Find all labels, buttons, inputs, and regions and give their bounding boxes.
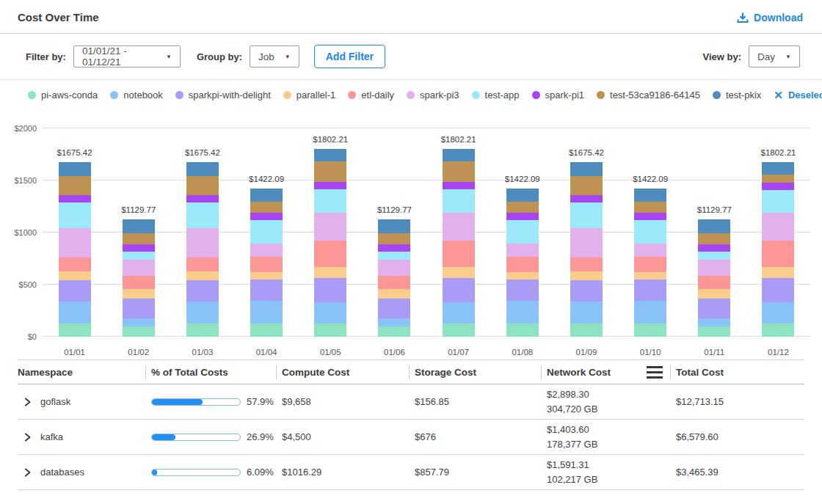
bar-segment-notebook[interactable]: [378, 318, 410, 326]
expand-row-button[interactable]: [23, 433, 32, 442]
bar-segment-parallel-1[interactable]: [186, 271, 219, 280]
bar-segment-parallel-1[interactable]: [698, 289, 730, 298]
bar-segment-etl-daily[interactable]: [250, 257, 283, 272]
column-header-network-cost[interactable]: Network Cost: [541, 360, 670, 384]
bar-segment-etl-daily[interactable]: [378, 276, 410, 289]
bar-segment-test-pkix[interactable]: [506, 189, 539, 202]
bar-segment-test-53ca9186-64145[interactable]: [634, 202, 666, 213]
legend-item-pi-aws-conda[interactable]: pi-aws-conda: [28, 90, 98, 101]
bar-segment-spark-pi3[interactable]: [314, 213, 346, 240]
bar-segment-spark-pi3[interactable]: [506, 244, 539, 257]
bar-segment-spark-pi3[interactable]: [443, 213, 475, 240]
bar-segment-test-app[interactable]: [634, 220, 666, 243]
bar-segment-etl-daily[interactable]: [698, 276, 730, 289]
bar-segment-sparkpi-with-delight[interactable]: [123, 299, 155, 318]
bar-segment-etl-daily[interactable]: [59, 258, 91, 271]
bar-segment-test-app[interactable]: [314, 189, 346, 213]
bar-segment-test-app[interactable]: [506, 220, 539, 243]
bar-segment-test-53ca9186-64145[interactable]: [314, 161, 346, 182]
add-filter-button[interactable]: Add Filter: [314, 45, 385, 68]
deselect-all-button[interactable]: ✕ Deselect All: [774, 90, 822, 101]
legend-item-test-pkix[interactable]: test-pkix: [713, 90, 761, 101]
bar-segment-sparkpi-with-delight[interactable]: [698, 299, 730, 318]
bar-segment-pi-aws-conda[interactable]: [506, 324, 539, 337]
bar-segment-test-pkix[interactable]: [443, 149, 475, 161]
bar-segment-test-pkix[interactable]: [570, 162, 603, 176]
bar-segment-notebook[interactable]: [506, 301, 539, 324]
bar-segment-spark-pi3[interactable]: [762, 213, 794, 240]
bar-segment-test-app[interactable]: [570, 202, 603, 228]
legend-item-etl-daily[interactable]: etl-daily: [348, 90, 394, 101]
bar-segment-sparkpi-with-delight[interactable]: [59, 280, 91, 302]
bar-segment-test-pkix[interactable]: [59, 162, 91, 176]
bar-segment-test-app[interactable]: [698, 252, 730, 260]
column-header-storage-cost[interactable]: Storage Cost: [409, 360, 541, 384]
legend-item-sparkpi-with-delight[interactable]: sparkpi-with-delight: [175, 90, 271, 101]
bar-segment-sparkpi-with-delight[interactable]: [634, 280, 666, 301]
bar-segment-test-pkix[interactable]: [314, 149, 346, 161]
bar-segment-spark-pi3[interactable]: [570, 228, 603, 258]
bar-segment-pi-aws-conda[interactable]: [634, 324, 666, 337]
bar-segment-notebook[interactable]: [123, 318, 155, 326]
bar-segment-test-53ca9186-64145[interactable]: [762, 175, 794, 183]
bar-segment-sparkpi-with-delight[interactable]: [378, 299, 410, 318]
bar-segment-test-53ca9186-64145[interactable]: [59, 176, 91, 195]
bar-segment-test-pkix[interactable]: [698, 219, 730, 233]
bar-segment-sparkpi-with-delight[interactable]: [314, 278, 346, 302]
bar-segment-test-53ca9186-64145[interactable]: [250, 202, 283, 213]
bar-segment-spark-pi1[interactable]: [443, 182, 475, 189]
legend-item-notebook[interactable]: notebook: [110, 90, 163, 101]
bar-segment-spark-pi1[interactable]: [698, 244, 730, 252]
bar-segment-parallel-1[interactable]: [506, 272, 539, 280]
bar-segment-test-pkix[interactable]: [123, 219, 155, 233]
download-button[interactable]: Download: [737, 12, 803, 23]
bar-segment-parallel-1[interactable]: [570, 271, 603, 280]
legend-item-test-53ca9186-64145[interactable]: test-53ca9186-64145: [597, 90, 700, 101]
bar-segment-sparkpi-with-delight[interactable]: [250, 280, 283, 301]
bar-segment-spark-pi3[interactable]: [59, 228, 91, 258]
group-by-select[interactable]: Job ▼: [250, 45, 299, 67]
bar-segment-pi-aws-conda[interactable]: [570, 324, 603, 337]
bar-segment-test-pkix[interactable]: [762, 162, 794, 175]
bar-segment-test-pkix[interactable]: [378, 219, 410, 233]
bar-segment-spark-pi3[interactable]: [634, 244, 666, 257]
bar-segment-etl-daily[interactable]: [314, 241, 346, 268]
bar-segment-parallel-1[interactable]: [378, 289, 410, 298]
bar-segment-etl-daily[interactable]: [186, 258, 219, 271]
bar-segment-spark-pi1[interactable]: [762, 183, 794, 190]
bar-segment-sparkpi-with-delight[interactable]: [506, 280, 539, 301]
bar-segment-spark-pi1[interactable]: [506, 213, 539, 220]
bar-segment-etl-daily[interactable]: [570, 258, 603, 271]
bar-segment-spark-pi3[interactable]: [250, 244, 283, 257]
bar-segment-etl-daily[interactable]: [762, 241, 794, 268]
bar-segment-etl-daily[interactable]: [506, 257, 539, 272]
bar-segment-notebook[interactable]: [570, 302, 603, 323]
bar-segment-etl-daily[interactable]: [123, 276, 155, 289]
bar-segment-pi-aws-conda[interactable]: [186, 324, 219, 337]
bar-segment-parallel-1[interactable]: [443, 267, 475, 278]
legend-item-test-app[interactable]: test-app: [472, 90, 520, 101]
bar-segment-notebook[interactable]: [762, 302, 794, 324]
bar-segment-spark-pi3[interactable]: [378, 260, 410, 276]
bar-segment-test-app[interactable]: [250, 220, 283, 243]
bar-segment-pi-aws-conda[interactable]: [250, 324, 283, 337]
bar-segment-sparkpi-with-delight[interactable]: [762, 278, 794, 302]
column-header-total-cost[interactable]: Total Cost: [670, 360, 804, 384]
bar-segment-spark-pi3[interactable]: [186, 228, 219, 258]
bar-segment-parallel-1[interactable]: [59, 271, 91, 280]
bar-segment-notebook[interactable]: [59, 302, 91, 323]
bar-segment-pi-aws-conda[interactable]: [59, 324, 91, 337]
bar-segment-spark-pi1[interactable]: [378, 244, 410, 252]
bar-segment-spark-pi1[interactable]: [314, 182, 346, 189]
bar-segment-etl-daily[interactable]: [634, 257, 666, 272]
bar-segment-test-app[interactable]: [59, 202, 91, 228]
bar-segment-sparkpi-with-delight[interactable]: [186, 280, 219, 302]
bar-segment-notebook[interactable]: [250, 301, 283, 324]
bar-segment-notebook[interactable]: [186, 302, 219, 323]
bar-segment-test-pkix[interactable]: [186, 162, 219, 176]
bar-segment-notebook[interactable]: [634, 301, 666, 324]
bar-segment-spark-pi3[interactable]: [123, 260, 155, 276]
bar-segment-parallel-1[interactable]: [634, 272, 666, 280]
column-header-namespace[interactable]: Namespace: [18, 360, 145, 384]
bar-segment-pi-aws-conda[interactable]: [314, 324, 346, 337]
